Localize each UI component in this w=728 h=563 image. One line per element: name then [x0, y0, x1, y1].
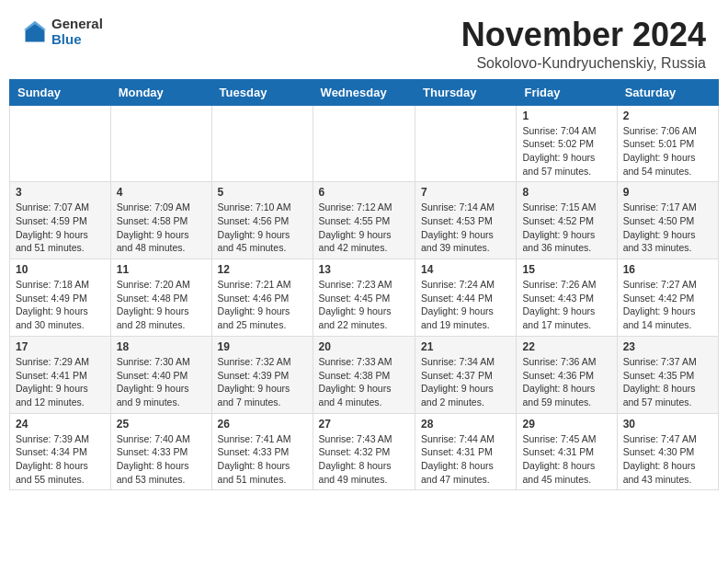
- table-row: 23Sunrise: 7:37 AM Sunset: 4:35 PM Dayli…: [617, 336, 718, 413]
- header-monday: Monday: [110, 79, 211, 105]
- day-detail: Sunrise: 7:47 AM Sunset: 4:30 PM Dayligh…: [623, 432, 712, 487]
- day-detail: Sunrise: 7:09 AM Sunset: 4:58 PM Dayligh…: [117, 201, 206, 255]
- calendar-table: Sunday Monday Tuesday Wednesday Thursday…: [9, 79, 719, 491]
- table-row: 10Sunrise: 7:18 AM Sunset: 4:49 PM Dayli…: [10, 259, 111, 337]
- table-row: [211, 105, 313, 182]
- day-number: 14: [421, 263, 510, 276]
- day-number: 20: [319, 340, 409, 353]
- table-row: 30Sunrise: 7:47 AM Sunset: 4:30 PM Dayli…: [617, 413, 718, 490]
- table-row: 13Sunrise: 7:23 AM Sunset: 4:45 PM Dayli…: [313, 259, 415, 337]
- table-row: 27Sunrise: 7:43 AM Sunset: 4:32 PM Dayli…: [313, 413, 415, 490]
- day-detail: Sunrise: 7:21 AM Sunset: 4:46 PM Dayligh…: [218, 278, 307, 332]
- calendar-header-row: Sunday Monday Tuesday Wednesday Thursday…: [10, 79, 719, 105]
- calendar-wrap: Sunday Monday Tuesday Wednesday Thursday…: [0, 79, 728, 500]
- day-detail: Sunrise: 7:12 AM Sunset: 4:55 PM Dayligh…: [319, 201, 409, 255]
- day-detail: Sunrise: 7:33 AM Sunset: 4:38 PM Dayligh…: [319, 355, 409, 409]
- day-detail: Sunrise: 7:45 AM Sunset: 4:31 PM Dayligh…: [522, 432, 610, 487]
- day-number: 2: [623, 109, 712, 122]
- day-number: 28: [421, 418, 510, 431]
- day-detail: Sunrise: 7:36 AM Sunset: 4:36 PM Dayligh…: [522, 355, 610, 409]
- day-number: 29: [522, 418, 610, 431]
- location-title: Sokolovo-Kundryuchenskiy, Russia: [461, 55, 706, 72]
- day-number: 30: [623, 418, 712, 431]
- day-detail: Sunrise: 7:18 AM Sunset: 4:49 PM Dayligh…: [16, 278, 105, 332]
- table-row: 18Sunrise: 7:30 AM Sunset: 4:40 PM Dayli…: [110, 336, 211, 413]
- day-detail: Sunrise: 7:32 AM Sunset: 4:39 PM Dayligh…: [218, 355, 307, 409]
- day-detail: Sunrise: 7:44 AM Sunset: 4:31 PM Dayligh…: [421, 432, 510, 487]
- table-row: 26Sunrise: 7:41 AM Sunset: 4:33 PM Dayli…: [211, 413, 313, 490]
- day-number: 3: [16, 186, 105, 199]
- table-row: 8Sunrise: 7:15 AM Sunset: 4:52 PM Daylig…: [517, 182, 617, 259]
- day-number: 9: [623, 186, 712, 199]
- table-row: 4Sunrise: 7:09 AM Sunset: 4:58 PM Daylig…: [110, 182, 211, 259]
- day-detail: Sunrise: 7:15 AM Sunset: 4:52 PM Dayligh…: [522, 201, 610, 255]
- table-row: 11Sunrise: 7:20 AM Sunset: 4:48 PM Dayli…: [110, 259, 211, 337]
- page-header: General Blue November 2024 Sokolovo-Kund…: [0, 0, 728, 79]
- day-detail: Sunrise: 7:29 AM Sunset: 4:41 PM Dayligh…: [16, 355, 105, 409]
- day-number: 24: [16, 418, 105, 431]
- day-number: 25: [117, 418, 206, 431]
- day-number: 16: [623, 263, 712, 276]
- day-detail: Sunrise: 7:30 AM Sunset: 4:40 PM Dayligh…: [117, 355, 206, 409]
- table-row: 17Sunrise: 7:29 AM Sunset: 4:41 PM Dayli…: [10, 336, 111, 413]
- table-row: 28Sunrise: 7:44 AM Sunset: 4:31 PM Dayli…: [415, 413, 517, 490]
- table-row: 7Sunrise: 7:14 AM Sunset: 4:53 PM Daylig…: [415, 182, 517, 259]
- day-detail: Sunrise: 7:14 AM Sunset: 4:53 PM Dayligh…: [421, 201, 510, 255]
- calendar-week-3: 10Sunrise: 7:18 AM Sunset: 4:49 PM Dayli…: [10, 259, 719, 337]
- table-row: 20Sunrise: 7:33 AM Sunset: 4:38 PM Dayli…: [313, 336, 415, 413]
- day-detail: Sunrise: 7:37 AM Sunset: 4:35 PM Dayligh…: [623, 355, 712, 409]
- table-row: 25Sunrise: 7:40 AM Sunset: 4:33 PM Dayli…: [110, 413, 211, 490]
- day-detail: Sunrise: 7:43 AM Sunset: 4:32 PM Dayligh…: [319, 432, 409, 487]
- title-block: November 2024 Sokolovo-Kundryuchenskiy, …: [461, 17, 706, 72]
- table-row: 15Sunrise: 7:26 AM Sunset: 4:43 PM Dayli…: [517, 259, 617, 337]
- day-number: 8: [522, 186, 610, 199]
- day-number: 6: [319, 186, 409, 199]
- day-number: 22: [522, 340, 610, 353]
- day-detail: Sunrise: 7:41 AM Sunset: 4:33 PM Dayligh…: [218, 432, 307, 487]
- table-row: [313, 105, 415, 182]
- day-number: 5: [218, 186, 307, 199]
- svg-marker-0: [26, 22, 45, 41]
- day-number: 17: [16, 340, 105, 353]
- day-number: 12: [218, 263, 307, 276]
- day-detail: Sunrise: 7:23 AM Sunset: 4:45 PM Dayligh…: [319, 278, 409, 332]
- table-row: 2Sunrise: 7:06 AM Sunset: 5:01 PM Daylig…: [617, 105, 718, 182]
- table-row: 22Sunrise: 7:36 AM Sunset: 4:36 PM Dayli…: [517, 336, 617, 413]
- table-row: 29Sunrise: 7:45 AM Sunset: 4:31 PM Dayli…: [517, 413, 617, 490]
- table-row: [110, 105, 211, 182]
- day-number: 1: [522, 109, 610, 122]
- day-detail: Sunrise: 7:40 AM Sunset: 4:33 PM Dayligh…: [117, 432, 206, 487]
- day-detail: Sunrise: 7:04 AM Sunset: 5:02 PM Dayligh…: [522, 124, 610, 178]
- day-detail: Sunrise: 7:39 AM Sunset: 4:34 PM Dayligh…: [16, 432, 105, 487]
- header-sunday: Sunday: [10, 79, 111, 105]
- header-tuesday: Tuesday: [211, 79, 313, 105]
- day-detail: Sunrise: 7:07 AM Sunset: 4:59 PM Dayligh…: [16, 201, 105, 255]
- table-row: 21Sunrise: 7:34 AM Sunset: 4:37 PM Dayli…: [415, 336, 517, 413]
- logo-blue-text: Blue: [51, 32, 103, 48]
- table-row: 9Sunrise: 7:17 AM Sunset: 4:50 PM Daylig…: [617, 182, 718, 259]
- table-row: 5Sunrise: 7:10 AM Sunset: 4:56 PM Daylig…: [211, 182, 313, 259]
- header-wednesday: Wednesday: [313, 79, 415, 105]
- table-row: [415, 105, 517, 182]
- calendar-week-4: 17Sunrise: 7:29 AM Sunset: 4:41 PM Dayli…: [10, 336, 719, 413]
- day-number: 26: [218, 418, 307, 431]
- table-row: 14Sunrise: 7:24 AM Sunset: 4:44 PM Dayli…: [415, 259, 517, 337]
- calendar-week-2: 3Sunrise: 7:07 AM Sunset: 4:59 PM Daylig…: [10, 182, 719, 259]
- table-row: 1Sunrise: 7:04 AM Sunset: 5:02 PM Daylig…: [517, 105, 617, 182]
- day-number: 19: [218, 340, 307, 353]
- header-friday: Friday: [517, 79, 617, 105]
- logo: General Blue: [22, 17, 103, 47]
- logo-general-text: General: [51, 17, 103, 32]
- day-number: 10: [16, 263, 105, 276]
- day-detail: Sunrise: 7:34 AM Sunset: 4:37 PM Dayligh…: [421, 355, 510, 409]
- logo-text: General Blue: [51, 17, 103, 47]
- day-detail: Sunrise: 7:27 AM Sunset: 4:42 PM Dayligh…: [623, 278, 712, 332]
- day-detail: Sunrise: 7:17 AM Sunset: 4:50 PM Dayligh…: [623, 201, 712, 255]
- table-row: 6Sunrise: 7:12 AM Sunset: 4:55 PM Daylig…: [313, 182, 415, 259]
- day-detail: Sunrise: 7:10 AM Sunset: 4:56 PM Dayligh…: [218, 201, 307, 255]
- day-detail: Sunrise: 7:06 AM Sunset: 5:01 PM Dayligh…: [623, 124, 712, 178]
- table-row: 16Sunrise: 7:27 AM Sunset: 4:42 PM Dayli…: [617, 259, 718, 337]
- calendar-week-5: 24Sunrise: 7:39 AM Sunset: 4:34 PM Dayli…: [10, 413, 719, 490]
- table-row: 24Sunrise: 7:39 AM Sunset: 4:34 PM Dayli…: [10, 413, 111, 490]
- day-number: 4: [117, 186, 206, 199]
